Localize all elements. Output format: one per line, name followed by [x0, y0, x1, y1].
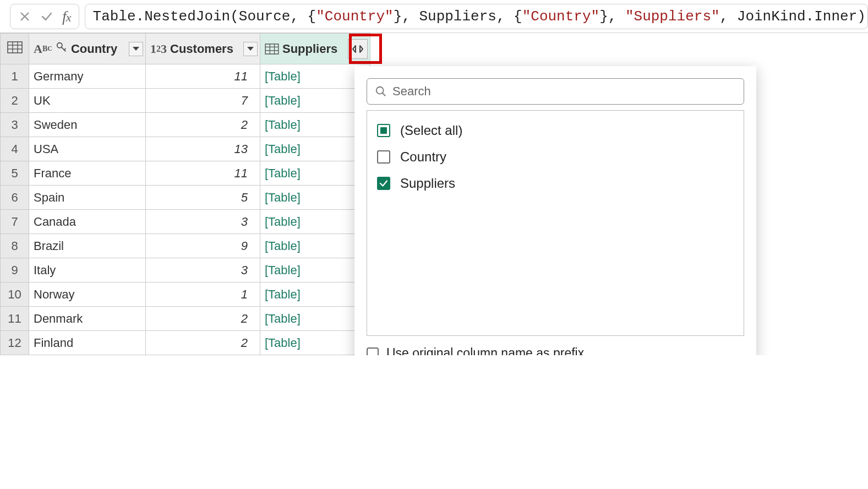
search-input[interactable]: Search — [367, 78, 744, 105]
row-number[interactable]: 4 — [1, 137, 29, 161]
cell-customers[interactable]: 1 — [146, 282, 260, 307]
cell-suppliers[interactable]: [Table] — [260, 161, 370, 186]
option-suppliers-row[interactable]: Suppliers — [374, 170, 737, 197]
prefix-checkbox-row[interactable]: Use original column name as prefix — [367, 346, 744, 355]
cell-country[interactable]: Sweden — [29, 113, 146, 137]
cell-country[interactable]: Denmark — [29, 307, 146, 331]
cell-country[interactable]: Norway — [29, 282, 146, 307]
svg-rect-8 — [265, 44, 279, 53]
cell-country[interactable]: Germany — [29, 64, 146, 89]
row-number[interactable]: 1 — [1, 64, 29, 89]
cell-suppliers[interactable]: [Table] — [260, 64, 370, 89]
table-row: 11Denmark2[Table] — [1, 307, 370, 331]
cell-customers[interactable]: 2 — [146, 113, 260, 137]
row-number[interactable]: 3 — [1, 113, 29, 137]
formula-bar: fx Table.NestedJoin(Source, {"Country"},… — [0, 0, 868, 33]
cell-country[interactable]: Spain — [29, 186, 146, 210]
checkbox-checked-icon — [377, 177, 390, 190]
svg-line-7 — [64, 48, 65, 50]
table-row: 3Sweden2[Table] — [1, 113, 370, 137]
cell-customers[interactable]: 3 — [146, 210, 260, 234]
column-header-country[interactable]: ABC Country — [29, 34, 146, 64]
cell-customers[interactable]: 3 — [146, 258, 260, 282]
row-number[interactable]: 7 — [1, 210, 29, 234]
cell-suppliers[interactable]: [Table] — [260, 89, 370, 113]
cell-country[interactable]: France — [29, 161, 146, 186]
row-number[interactable]: 2 — [1, 89, 29, 113]
cell-customers[interactable]: 2 — [146, 307, 260, 331]
cell-customers[interactable]: 11 — [146, 64, 260, 89]
table-row: 8Brazil9[Table] — [1, 234, 370, 258]
option-label: Suppliers — [400, 176, 455, 191]
filter-dropdown-button[interactable] — [243, 42, 258, 56]
svg-rect-0 — [8, 42, 22, 53]
fx-label: fx — [62, 8, 71, 25]
column-label: Suppliers — [282, 42, 337, 56]
table-icon — [7, 41, 23, 53]
cell-country[interactable]: Brazil — [29, 234, 146, 258]
x-icon — [19, 10, 31, 23]
column-label: Country — [71, 42, 117, 56]
table-row: 5France11[Table] — [1, 161, 370, 186]
cell-suppliers[interactable]: [Table] — [260, 282, 370, 307]
cell-customers[interactable]: 5 — [146, 186, 260, 210]
cell-customers[interactable]: 11 — [146, 161, 260, 186]
cell-suppliers[interactable]: [Table] — [260, 210, 370, 234]
cell-country[interactable]: Italy — [29, 258, 146, 282]
cell-customers[interactable]: 9 — [146, 234, 260, 258]
table-row: 9Italy3[Table] — [1, 258, 370, 282]
key-icon — [56, 41, 68, 57]
cell-country[interactable]: UK — [29, 89, 146, 113]
expand-column-button[interactable] — [348, 39, 368, 59]
table-row: 2UK7[Table] — [1, 89, 370, 113]
cell-suppliers[interactable]: [Table] — [260, 258, 370, 282]
formula-input[interactable]: Table.NestedJoin(Source, {"Country"}, Su… — [85, 4, 868, 29]
row-number[interactable]: 11 — [1, 307, 29, 331]
cell-country[interactable]: Canada — [29, 210, 146, 234]
number-type-icon: 123 — [150, 42, 167, 56]
table-row: 4USA13[Table] — [1, 137, 370, 161]
cell-suppliers[interactable]: [Table] — [260, 234, 370, 258]
chevron-down-icon — [247, 46, 254, 52]
grid-area: ABC Country 123 Customers — [0, 33, 868, 355]
confirm-formula-button[interactable] — [40, 10, 53, 23]
svg-line-16 — [383, 93, 386, 96]
cancel-formula-button[interactable] — [18, 10, 31, 23]
table-type-icon — [265, 44, 279, 55]
row-number[interactable]: 8 — [1, 234, 29, 258]
data-grid: ABC Country 123 Customers — [0, 33, 370, 355]
corner-header[interactable] — [1, 34, 29, 64]
row-number[interactable]: 6 — [1, 186, 29, 210]
expand-column-popup: Search (Select all) Country Suppliers Us… — [354, 66, 756, 355]
select-all-row[interactable]: (Select all) — [374, 117, 737, 144]
search-placeholder: Search — [392, 84, 431, 99]
row-number[interactable]: 10 — [1, 282, 29, 307]
search-icon — [375, 85, 387, 97]
row-number[interactable]: 12 — [1, 331, 29, 355]
column-header-suppliers[interactable]: Suppliers — [260, 34, 370, 64]
column-header-customers[interactable]: 123 Customers — [146, 34, 260, 64]
cell-country[interactable]: Finland — [29, 331, 146, 355]
check-icon — [40, 9, 53, 24]
cell-country[interactable]: USA — [29, 137, 146, 161]
table-row: 1Germany11[Table] — [1, 64, 370, 89]
filter-dropdown-button[interactable] — [129, 42, 143, 56]
option-country-row[interactable]: Country — [374, 144, 737, 170]
row-number[interactable]: 5 — [1, 161, 29, 186]
table-row: 12Finland2[Table] — [1, 331, 370, 355]
cell-customers[interactable]: 13 — [146, 137, 260, 161]
option-label: Country — [400, 149, 446, 165]
row-number[interactable]: 9 — [1, 258, 29, 282]
chevron-down-icon — [132, 46, 140, 52]
cell-customers[interactable]: 2 — [146, 331, 260, 355]
checkbox-indeterminate-icon — [377, 124, 390, 137]
cell-suppliers[interactable]: [Table] — [260, 331, 370, 355]
cell-suppliers[interactable]: [Table] — [260, 137, 370, 161]
cell-customers[interactable]: 7 — [146, 89, 260, 113]
column-checklist: (Select all) Country Suppliers — [367, 110, 744, 336]
cell-suppliers[interactable]: [Table] — [260, 307, 370, 331]
column-label: Customers — [170, 42, 233, 56]
cell-suppliers[interactable]: [Table] — [260, 113, 370, 137]
cell-suppliers[interactable]: [Table] — [260, 186, 370, 210]
text-type-icon: ABC — [34, 42, 52, 56]
